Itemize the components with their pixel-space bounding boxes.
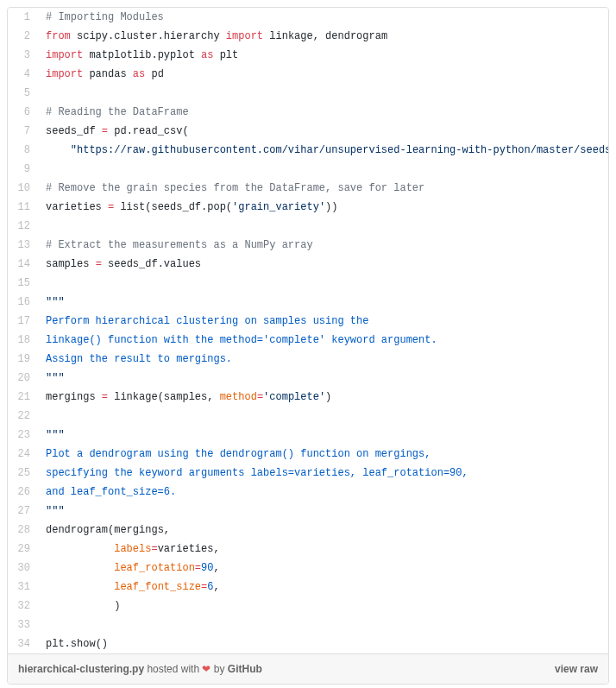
line-content[interactable]: """ (39, 293, 608, 312)
code-line: 22 (8, 407, 608, 426)
line-content[interactable]: # Reading the DataFrame (39, 103, 608, 122)
filename-link[interactable]: hierarchical-clustering.py (18, 663, 144, 675)
code-line: 3import matplotlib.pyplot as plt (8, 46, 608, 65)
line-content[interactable]: linkage() function with the method='comp… (39, 331, 608, 350)
line-number[interactable]: 15 (8, 274, 39, 293)
line-content[interactable]: from scipy.cluster.hierarchy import link… (39, 27, 608, 46)
line-number[interactable]: 22 (8, 407, 39, 426)
host-link[interactable]: GitHub (228, 663, 262, 675)
line-content[interactable]: samples = seeds_df.values (39, 255, 608, 274)
code-line: 16""" (8, 293, 608, 312)
line-content[interactable]: # Remove the grain species from the Data… (39, 179, 608, 198)
line-number[interactable]: 2 (8, 27, 39, 46)
line-number[interactable]: 5 (8, 84, 39, 103)
line-number[interactable]: 10 (8, 179, 39, 198)
code-line: 25specifying the keyword arguments label… (8, 464, 608, 483)
line-content[interactable]: import matplotlib.pyplot as plt (39, 46, 608, 65)
line-content[interactable]: Assign the result to mergings. (39, 350, 608, 369)
footer-by-text: by (214, 663, 225, 675)
line-number[interactable]: 7 (8, 122, 39, 141)
line-content[interactable]: labels=varieties, (39, 540, 608, 559)
code-line: 17Perform hierarchical clustering on sam… (8, 312, 608, 331)
line-number[interactable]: 1 (8, 8, 39, 27)
footer-meta: hierarchical-clustering.py hosted with ❤… (18, 663, 262, 675)
line-content[interactable]: ) (39, 596, 608, 615)
line-content[interactable]: seeds_df = pd.read_csv( (39, 122, 608, 141)
line-content[interactable]: # Extract the measurements as a NumPy ar… (39, 236, 608, 255)
code-line: 27""" (8, 502, 608, 521)
line-number[interactable]: 31 (8, 578, 39, 596)
line-content[interactable]: # Importing Modules (39, 8, 608, 27)
line-content[interactable]: varieties = list(seeds_df.pop('grain_var… (39, 198, 608, 217)
line-content[interactable] (39, 160, 608, 179)
code-line: 5 (8, 84, 608, 103)
line-content[interactable]: and leaf_font_size=6. (39, 483, 608, 502)
line-content[interactable]: import pandas as pd (39, 65, 608, 84)
line-content[interactable]: plt.show() (39, 634, 608, 653)
line-number[interactable]: 27 (8, 502, 39, 521)
line-number[interactable]: 6 (8, 103, 39, 122)
code-line: 21mergings = linkage(samples, method='co… (8, 388, 608, 407)
code-line: 30 leaf_rotation=90, (8, 559, 608, 578)
code-line: 14samples = seeds_df.values (8, 255, 608, 274)
line-number[interactable]: 29 (8, 540, 39, 559)
line-number[interactable]: 4 (8, 65, 39, 84)
code-line: 33 (8, 615, 608, 634)
line-content[interactable] (39, 84, 608, 103)
footer-hosted-text: hosted with (147, 663, 199, 675)
line-content[interactable] (39, 407, 608, 426)
line-number[interactable]: 11 (8, 198, 39, 217)
line-number[interactable]: 24 (8, 445, 39, 464)
line-content[interactable] (39, 274, 608, 293)
code-table: 1# Importing Modules2from scipy.cluster.… (8, 8, 608, 653)
line-number[interactable]: 3 (8, 46, 39, 65)
code-line: 1# Importing Modules (8, 8, 608, 27)
code-line: 12 (8, 217, 608, 236)
line-content[interactable]: Plot a dendrogram using the dendrogram()… (39, 445, 608, 464)
code-line: 20""" (8, 369, 608, 388)
line-number[interactable]: 28 (8, 521, 39, 540)
line-content[interactable]: """ (39, 426, 608, 445)
line-content[interactable] (39, 615, 608, 634)
line-content[interactable]: "https://raw.githubusercontent.com/vihar… (39, 141, 608, 160)
line-number[interactable]: 23 (8, 426, 39, 445)
line-number[interactable]: 14 (8, 255, 39, 274)
line-content[interactable]: dendrogram(mergings, (39, 521, 608, 540)
line-content[interactable]: Perform hierarchical clustering on sampl… (39, 312, 608, 331)
gist-container: 1# Importing Modules2from scipy.cluster.… (7, 7, 609, 685)
line-number[interactable]: 21 (8, 388, 39, 407)
line-content[interactable]: """ (39, 369, 608, 388)
view-raw-link[interactable]: view raw (555, 663, 598, 675)
line-content[interactable]: specifying the keyword arguments labels=… (39, 464, 608, 483)
line-content[interactable]: mergings = linkage(samples, method='comp… (39, 388, 608, 407)
line-number[interactable]: 8 (8, 141, 39, 160)
code-area: 1# Importing Modules2from scipy.cluster.… (8, 8, 608, 653)
code-line: 4import pandas as pd (8, 65, 608, 84)
line-number[interactable]: 18 (8, 331, 39, 350)
line-number[interactable]: 33 (8, 615, 39, 634)
code-line: 9 (8, 160, 608, 179)
line-number[interactable]: 16 (8, 293, 39, 312)
code-line: 24Plot a dendrogram using the dendrogram… (8, 445, 608, 464)
line-number[interactable]: 12 (8, 217, 39, 236)
line-content[interactable]: """ (39, 502, 608, 521)
line-number[interactable]: 17 (8, 312, 39, 331)
line-number[interactable]: 32 (8, 596, 39, 615)
code-line: 6# Reading the DataFrame (8, 103, 608, 122)
heart-icon: ❤ (202, 663, 211, 675)
line-number[interactable]: 26 (8, 483, 39, 502)
line-number[interactable]: 25 (8, 464, 39, 483)
line-content[interactable]: leaf_font_size=6, (39, 578, 608, 596)
line-number[interactable]: 9 (8, 160, 39, 179)
line-number[interactable]: 30 (8, 559, 39, 578)
code-line: 13# Extract the measurements as a NumPy … (8, 236, 608, 255)
line-content[interactable]: leaf_rotation=90, (39, 559, 608, 578)
code-line: 23""" (8, 426, 608, 445)
code-line: 31 leaf_font_size=6, (8, 578, 608, 596)
line-number[interactable]: 20 (8, 369, 39, 388)
line-number[interactable]: 34 (8, 634, 39, 653)
code-line: 34plt.show() (8, 634, 608, 653)
line-number[interactable]: 13 (8, 236, 39, 255)
line-number[interactable]: 19 (8, 350, 39, 369)
line-content[interactable] (39, 217, 608, 236)
